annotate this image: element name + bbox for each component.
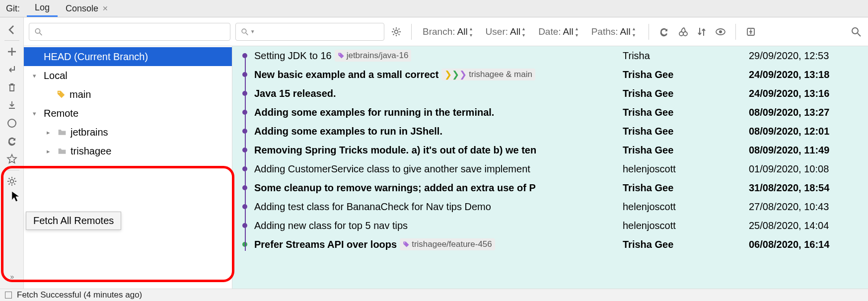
chevron-right-icon: ▸ — [47, 129, 54, 136]
favorite-button[interactable] — [0, 150, 24, 168]
commit-row[interactable]: Java 15 released.Trisha Gee24/09/2020, 1… — [232, 84, 868, 103]
log-search[interactable]: ▼ — [235, 23, 384, 41]
preview-button[interactable] — [714, 25, 727, 39]
filter-date[interactable]: Date:All — [535, 26, 583, 37]
commit-list[interactable]: Setting JDK to 16jetbrains/java-16Trisha… — [232, 46, 868, 289]
updown-icon — [633, 28, 638, 36]
commit-date: 24/09/2020, 13:18 — [749, 69, 868, 80]
new-branch-button[interactable] — [0, 43, 24, 61]
branch-badge[interactable]: ❯❯❯trishagee & main — [441, 69, 535, 80]
pull-button[interactable] — [0, 96, 24, 114]
graph-line — [245, 53, 246, 251]
commit-row[interactable]: Removing Spring Tricks module. a) it's o… — [232, 141, 868, 159]
branch-search-input[interactable] — [46, 27, 225, 37]
back-button[interactable] — [0, 20, 24, 38]
commit-row[interactable]: Setting JDK to 16jetbrains/java-16Trisha… — [232, 46, 868, 65]
commit-date: 31/08/2020, 18:54 — [749, 182, 868, 194]
folder-icon — [58, 147, 67, 155]
filter-user[interactable]: User:All — [483, 26, 531, 37]
checkout-button[interactable] — [0, 61, 24, 78]
fetch-button[interactable] — [0, 132, 24, 150]
commit-author: Trisha Gee — [623, 182, 742, 194]
branch-badge[interactable]: trishagee/feature-456 — [400, 238, 495, 250]
track-button[interactable] — [0, 114, 24, 132]
chevron-right-icon: ▸ — [47, 148, 54, 155]
refresh-button[interactable] — [657, 25, 671, 39]
tag-icon — [338, 52, 345, 59]
commit-message: Adding CustomerService class to give ano… — [254, 163, 616, 175]
commit-date: 25/08/2020, 14:04 — [749, 220, 868, 231]
tab-console[interactable]: Console✕ — [58, 0, 116, 17]
commit-message: Adding some examples for running in the … — [254, 107, 616, 118]
commit-author: Trisha Gee — [623, 239, 742, 250]
search-icon — [241, 27, 249, 36]
chevron-down-icon: ▾ — [33, 72, 40, 79]
delete-button[interactable] — [0, 78, 24, 96]
commit-date: 01/09/2020, 10:08 — [749, 163, 868, 175]
commit-author: Trisha Gee — [623, 145, 742, 156]
commit-date: 06/08/2020, 16:14 — [749, 239, 868, 250]
commit-author: helenjoscott — [623, 220, 742, 231]
commit-date: 08/09/2020, 13:27 — [749, 107, 868, 118]
commit-row[interactable]: Adding test class for BananaCheck for Na… — [232, 197, 868, 216]
filter-branch[interactable]: Branch:All — [420, 26, 478, 37]
branch-tree: HEAD (Current Branch) ▾Local main ▾Remot… — [24, 46, 232, 289]
commit-author: Trisha Gee — [623, 126, 742, 137]
status-text: Fetch Successful (4 minutes ago) — [17, 290, 142, 300]
chevron-down-icon: ▾ — [33, 110, 40, 117]
tag-icon — [403, 241, 410, 248]
commit-row[interactable]: Some cleanup to remove warnings; added a… — [232, 178, 868, 197]
commit-date: 27/08/2020, 10:43 — [749, 201, 868, 213]
status-bar: Fetch Successful (4 minutes ago) — [0, 289, 868, 301]
commit-row[interactable]: Adding some examples for running in the … — [232, 103, 868, 122]
tab-bar: Git: Log Console✕ — [0, 0, 868, 17]
cherry-pick-button[interactable] — [676, 25, 690, 39]
log-search-input[interactable] — [258, 27, 379, 37]
commit-date: 08/09/2020, 11:49 — [749, 145, 868, 156]
tree-local[interactable]: ▾Local — [24, 66, 232, 85]
commit-message: Java 15 released. — [254, 88, 616, 99]
commit-message: Adding some examples to run in JShell. — [254, 126, 616, 137]
details-button[interactable] — [744, 25, 758, 39]
toolbar: ▼ Branch:All User:All Date:All Paths:All — [24, 17, 868, 46]
filter-settings-button[interactable] — [389, 25, 403, 39]
branch-badge[interactable]: jetbrains/java-16 — [335, 50, 412, 62]
search-icon — [34, 27, 43, 36]
commit-date: 29/09/2020, 12:53 — [749, 50, 868, 62]
tab-log[interactable]: Log — [27, 0, 58, 17]
commit-author: Trisha Gee — [623, 107, 742, 118]
folder-icon — [58, 128, 67, 137]
commit-message: Prefer Streams API over loopstrishagee/f… — [254, 238, 616, 250]
tree-remote-jetbrains[interactable]: ▸jetbrains — [24, 123, 232, 142]
tree-remote[interactable]: ▾Remote — [24, 104, 232, 123]
close-icon[interactable]: ✕ — [102, 4, 108, 12]
commit-row[interactable]: Prefer Streams API over loopstrishagee/f… — [232, 235, 868, 254]
branch-search[interactable] — [29, 23, 230, 41]
find-button[interactable] — [849, 25, 863, 39]
commit-message: Setting JDK to 16jetbrains/java-16 — [254, 50, 616, 62]
commit-date: 08/09/2020, 12:01 — [749, 126, 868, 137]
commit-row[interactable]: Adding CustomerService class to give ano… — [232, 159, 868, 178]
status-checkbox-icon[interactable] — [5, 292, 12, 299]
commit-row[interactable]: Adding new class for top 5 nav tipshelen… — [232, 216, 868, 235]
settings-button[interactable] — [0, 172, 24, 190]
tree-branch-main[interactable]: main — [24, 85, 232, 104]
commit-row[interactable]: Adding some examples to run in JShell.Tr… — [232, 122, 868, 141]
arrows-icon: ❯❯❯ — [444, 70, 467, 79]
tree-head[interactable]: HEAD (Current Branch) — [24, 47, 232, 66]
updown-icon — [470, 28, 475, 36]
commit-message: Some cleanup to remove warnings; added a… — [254, 182, 616, 194]
commit-message: Removing Spring Tricks module. a) it's o… — [254, 145, 616, 156]
tag-icon — [57, 90, 66, 99]
updown-icon — [576, 28, 580, 36]
tree-remote-trishagee[interactable]: ▸trishagee — [24, 142, 232, 160]
commit-author: helenjoscott — [623, 163, 742, 175]
sort-button[interactable] — [695, 25, 709, 39]
filter-paths[interactable]: Paths:All — [588, 26, 641, 37]
updown-icon — [522, 28, 527, 36]
tab-log-label: Log — [35, 2, 50, 13]
commit-author: Trisha Gee — [623, 88, 742, 99]
expand-button[interactable]: » — [0, 268, 24, 286]
commit-date: 24/09/2020, 13:16 — [749, 88, 868, 99]
commit-row[interactable]: New basic example and a small correct❯❯❯… — [232, 65, 868, 84]
